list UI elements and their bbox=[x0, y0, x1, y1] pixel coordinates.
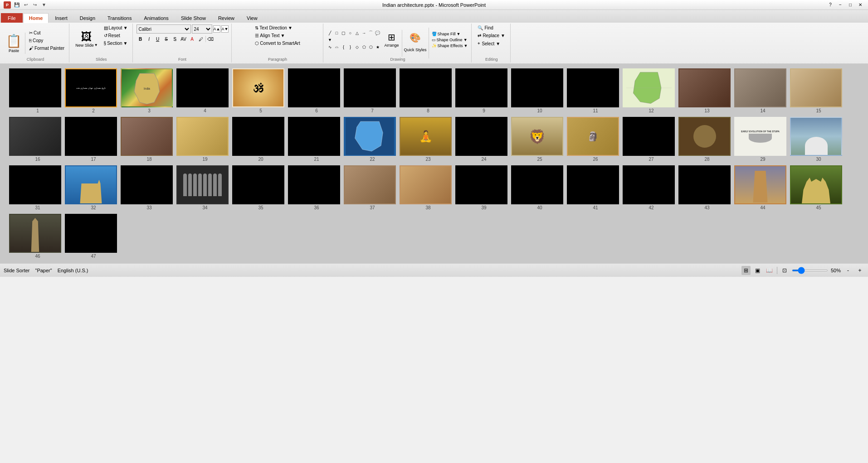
slide-star-icon[interactable]: ☆ bbox=[309, 205, 313, 210]
triangle-shape[interactable]: △ bbox=[354, 30, 361, 36]
slide-thumb[interactable]: ☆20 bbox=[232, 117, 284, 162]
cut-button[interactable]: ✂ Cut bbox=[27, 29, 66, 36]
slide-thumb[interactable]: ☆22 bbox=[344, 117, 396, 162]
text-direction-button[interactable]: ⇅ Text Direction ▼ bbox=[253, 24, 302, 31]
slide-thumb[interactable]: ☆7 bbox=[344, 68, 396, 113]
slide-star-icon[interactable]: ☆ bbox=[197, 156, 201, 161]
redo-button[interactable]: ↪ bbox=[31, 1, 39, 9]
curve-shape[interactable]: ∿ bbox=[327, 44, 333, 50]
close-button[interactable]: ✕ bbox=[856, 2, 864, 8]
slide-thumb[interactable]: ☆46 bbox=[9, 214, 61, 259]
font-color-button[interactable]: A bbox=[188, 35, 196, 43]
quick-styles-button[interactable]: 🎨 bbox=[405, 28, 425, 48]
slide-star-icon[interactable]: ☆ bbox=[532, 205, 536, 210]
tab-home[interactable]: Home bbox=[23, 13, 49, 23]
pentagon-shape[interactable]: ⬠ bbox=[361, 44, 367, 50]
slide-star-icon[interactable]: ☆ bbox=[30, 156, 34, 161]
shape-outline-button[interactable]: ▭ Shape Outline ▼ bbox=[431, 37, 469, 43]
slide-thumb[interactable]: 🗿☆26 bbox=[567, 117, 619, 162]
reset-button[interactable]: ↺ Reset bbox=[102, 32, 130, 39]
slide-star-icon[interactable]: ☆ bbox=[644, 205, 648, 210]
slide-star-icon[interactable]: ☆ bbox=[476, 205, 480, 210]
font-size-select[interactable]: 24 bbox=[192, 24, 212, 34]
callout-shape[interactable]: 💬 bbox=[375, 30, 381, 36]
slide-thumb[interactable]: ☆45 bbox=[790, 165, 842, 210]
star-shape[interactable]: ★ bbox=[375, 44, 381, 50]
bold-button[interactable]: B bbox=[137, 35, 145, 43]
slide-star-icon[interactable]: ☆ bbox=[366, 108, 370, 113]
tab-insert[interactable]: Insert bbox=[49, 13, 73, 23]
slide-thumb[interactable]: ☆1 bbox=[9, 68, 61, 113]
slide-star-icon[interactable]: ☆ bbox=[310, 108, 314, 113]
shape-effects-button[interactable]: ✨ Shape Effects ▼ bbox=[431, 43, 469, 48]
slide-star-icon[interactable]: ☆ bbox=[31, 108, 35, 113]
minimize-button[interactable]: − bbox=[836, 2, 844, 8]
tab-file[interactable]: File bbox=[1, 13, 23, 23]
arc-shape[interactable]: ⌓ bbox=[334, 44, 340, 50]
slide-thumb[interactable]: 🕉☆5 bbox=[232, 68, 284, 113]
slide-star-icon[interactable]: ☆ bbox=[699, 156, 703, 161]
slide-thumb[interactable]: ☆41 bbox=[567, 165, 619, 210]
bracket-shape[interactable]: { bbox=[341, 44, 347, 50]
slide-thumb[interactable]: ☆24 bbox=[455, 117, 507, 162]
align-text-button[interactable]: ☰ Align Text ▼ bbox=[253, 32, 302, 39]
maximize-button[interactable]: □ bbox=[846, 2, 854, 8]
slide-star-icon[interactable]: ☆ bbox=[141, 205, 146, 210]
slide-star-icon[interactable]: ☆ bbox=[199, 108, 203, 113]
slide-thumb[interactable]: ☆10 bbox=[511, 68, 563, 113]
slide-star-icon[interactable]: ☆ bbox=[87, 108, 91, 113]
zoom-in-button[interactable]: + bbox=[855, 266, 864, 275]
char-spacing-button[interactable]: AV bbox=[180, 35, 188, 43]
convert-smartart-button[interactable]: ⬡ Convert to SmartArt bbox=[253, 40, 302, 47]
brace-shape[interactable]: } bbox=[347, 44, 354, 50]
tab-animations[interactable]: Animations bbox=[138, 13, 174, 23]
new-slide-button[interactable]: 🖼 New Slide ▼ bbox=[73, 28, 100, 50]
copy-button[interactable]: ⎘ Copy bbox=[27, 37, 66, 44]
slide-star-icon[interactable]: ☆ bbox=[141, 156, 146, 161]
slide-thumb[interactable]: ☆28 bbox=[678, 117, 731, 162]
reading-view-button[interactable]: 📖 bbox=[765, 266, 774, 275]
more-shapes[interactable]: ▼ bbox=[327, 37, 333, 43]
increase-font-button[interactable]: A▲ bbox=[213, 25, 220, 33]
undo-button[interactable]: ↩ bbox=[22, 1, 30, 9]
line-shape[interactable]: ╱ bbox=[327, 30, 333, 36]
slide-star-icon[interactable]: ☆ bbox=[532, 156, 536, 161]
slide-thumb[interactable]: India ☆3 bbox=[121, 68, 173, 113]
slide-star-icon[interactable]: ☆ bbox=[253, 156, 257, 161]
tab-transitions[interactable]: Transitions bbox=[102, 13, 137, 23]
slide-star-icon[interactable]: ☆ bbox=[478, 108, 482, 113]
slide-thumb[interactable]: ☆14 bbox=[734, 68, 786, 113]
text-highlight-button[interactable]: 🖊 bbox=[197, 35, 205, 43]
slide-star-icon[interactable]: ☆ bbox=[811, 205, 815, 210]
decrease-font-button[interactable]: A▼ bbox=[221, 25, 229, 33]
slide-star-icon[interactable]: ☆ bbox=[811, 156, 815, 161]
slide-thumb[interactable]: ☆33 bbox=[121, 165, 173, 210]
slide-star-icon[interactable]: ☆ bbox=[420, 156, 424, 161]
slide-thumb[interactable]: EARLY EVOLUTION OF THE STUPA☆29 bbox=[734, 117, 786, 162]
arrange-button[interactable]: ⊞ Arrange bbox=[381, 29, 402, 57]
slide-thumb[interactable]: ☆15 bbox=[790, 68, 842, 113]
slide-thumb[interactable]: ☆47 bbox=[65, 214, 117, 259]
tab-view[interactable]: View bbox=[241, 13, 263, 23]
slide-thumb[interactable]: ☆21 bbox=[288, 117, 340, 162]
slide-star-icon[interactable]: ☆ bbox=[254, 108, 258, 113]
slide-thumb[interactable]: ☆30 bbox=[790, 117, 842, 162]
oval-shape[interactable]: ○ bbox=[347, 30, 354, 36]
italic-button[interactable]: I bbox=[145, 35, 153, 43]
slide-star-icon[interactable]: ☆ bbox=[532, 108, 536, 113]
slide-star-icon[interactable]: ☆ bbox=[422, 108, 426, 113]
new-slide-dropdown-icon[interactable]: ▼ bbox=[94, 43, 98, 47]
slide-thumb[interactable]: ☆40 bbox=[511, 165, 563, 210]
slide-thumb[interactable]: ☆39 bbox=[455, 165, 507, 210]
slide-star-icon[interactable]: ☆ bbox=[644, 108, 648, 113]
slide-thumb[interactable]: ☆4 bbox=[176, 68, 229, 113]
format-painter-button[interactable]: 🖌 Format Painter bbox=[27, 45, 66, 52]
slide-star-icon[interactable]: ☆ bbox=[30, 205, 34, 210]
slide-thumb[interactable]: ☆43 bbox=[678, 165, 731, 210]
slide-thumb[interactable]: ☆31 bbox=[9, 165, 61, 210]
slide-star-icon[interactable]: ☆ bbox=[253, 205, 257, 210]
section-button[interactable]: § Section ▼ bbox=[102, 40, 130, 47]
tab-slideshow[interactable]: Slide Show bbox=[175, 13, 212, 23]
slide-thumb[interactable]: ☆8 bbox=[400, 68, 452, 113]
slide-thumb[interactable]: ☆11 bbox=[567, 68, 619, 113]
